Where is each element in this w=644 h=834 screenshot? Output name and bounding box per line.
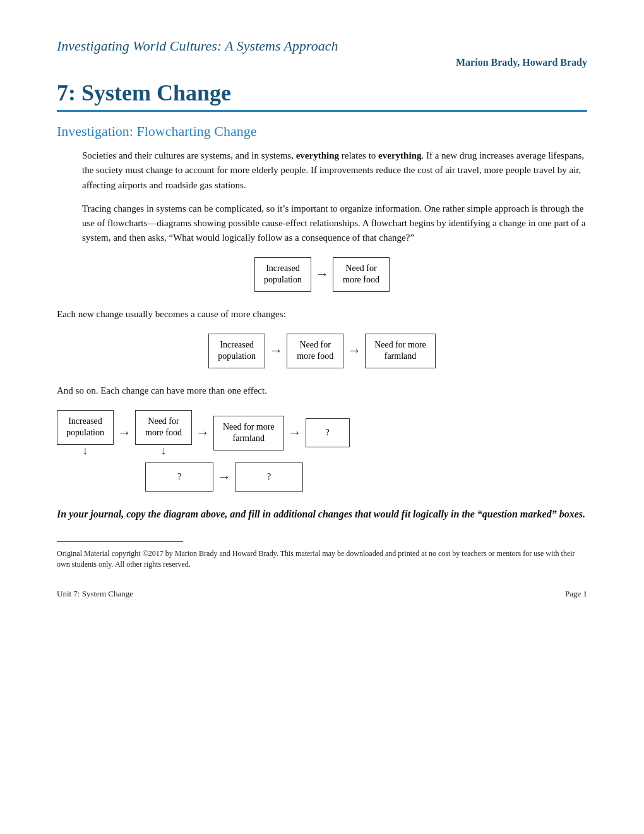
- fc3-box2: Need formore food: [135, 410, 192, 445]
- paragraph-2: Tracing changes in systems can be compli…: [82, 202, 587, 246]
- fc3-arrow4: →: [217, 469, 231, 485]
- header-title: Investigating World Cultures: A Systems …: [57, 38, 587, 54]
- chapter-name: System Change: [81, 80, 231, 106]
- fc2-box2: Need formore food: [287, 334, 343, 369]
- section-title: Investigation: Flowcharting Change: [57, 123, 587, 140]
- p2-text: Tracing changes in systems can be compli…: [82, 203, 585, 243]
- fc3-box4: ?: [306, 418, 350, 447]
- fc2-box3: Need for morefarmland: [365, 334, 436, 369]
- page: Investigating World Cultures: A Systems …: [0, 0, 644, 834]
- footer-line: [57, 541, 183, 542]
- fc3-col2: Need formore food ↓: [135, 410, 192, 457]
- fc3-box1: Increasedpopulation: [57, 410, 114, 445]
- fc3-box6: ?: [235, 462, 303, 492]
- footer-copyright: Original Material copyright ©2017 by Mar…: [57, 548, 587, 570]
- fc3-col1: Increasedpopulation ↓: [57, 410, 114, 457]
- header-authors: Marion Brady, Howard Brady: [57, 57, 587, 68]
- p1-text: Societies and their cultures are systems…: [82, 150, 584, 190]
- fc3-arrow1: →: [117, 425, 131, 441]
- fc3-box5: ?: [145, 462, 213, 492]
- chapter-number: 7:: [57, 80, 76, 106]
- fc3-down-arrow1: ↓: [83, 445, 88, 456]
- fc3-top-row: Increasedpopulation ↓ → Need formore foo…: [57, 410, 350, 457]
- fc2-box1: Increasedpopulation: [208, 334, 265, 369]
- fc2-arrow2: →: [347, 342, 361, 359]
- flowchart-2: Increasedpopulation → Need formore food …: [57, 334, 587, 369]
- fc3-down-arrow2: ↓: [161, 445, 167, 456]
- footer-unit: Unit 7: System Change: [57, 589, 133, 599]
- instruction-text: In your journal, copy the diagram above,…: [57, 507, 587, 522]
- fc3-bottom-row: ? → ?: [57, 462, 303, 492]
- fc3-arrow3: →: [288, 425, 302, 441]
- fc1-arrow1: →: [315, 266, 329, 282]
- title-main: Investigating World Cultures:: [57, 38, 222, 54]
- footer-page: Page 1: [565, 589, 587, 599]
- paragraph-1: Societies and their cultures are systems…: [82, 148, 587, 193]
- between-text-1: Each new change usually becomes a cause …: [57, 307, 587, 322]
- fc3-box3: Need for morefarmland: [213, 416, 284, 451]
- flowchart-3: Increasedpopulation ↓ → Need formore foo…: [57, 410, 587, 492]
- fc1-box1: Increasedpopulation: [254, 257, 311, 293]
- fc2-arrow1: →: [269, 342, 283, 359]
- flowchart-1: Increasedpopulation → Need formore food: [57, 257, 587, 293]
- fc1-box2: Need formore food: [333, 257, 390, 293]
- chapter-title: 7: System Change: [57, 80, 587, 112]
- fc3-arrow2: →: [196, 425, 210, 441]
- title-sub: A Systems Approach: [222, 38, 338, 54]
- footer-bottom: Unit 7: System Change Page 1: [57, 589, 587, 599]
- between-text-2: And so on. Each change can have more tha…: [57, 384, 587, 398]
